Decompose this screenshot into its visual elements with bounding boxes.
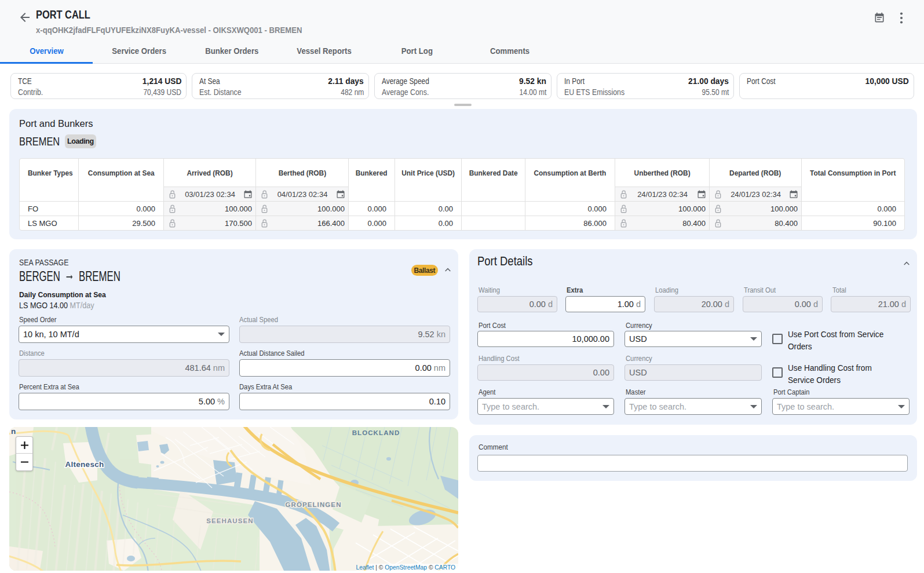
svg-text:SEEHAUSEN: SEEHAUSEN	[206, 517, 253, 524]
svg-text:Leaflet | © OpenStreetMap © CA: Leaflet | © OpenStreetMap © CARTO	[356, 564, 455, 571]
svg-text:BLOCKLAND: BLOCKLAND	[352, 429, 400, 436]
svg-text:Altenesch: Altenesch	[65, 460, 104, 469]
svg-text:GRÖPELINGEN: GRÖPELINGEN	[285, 501, 341, 508]
svg-text:n: n	[11, 427, 16, 436]
